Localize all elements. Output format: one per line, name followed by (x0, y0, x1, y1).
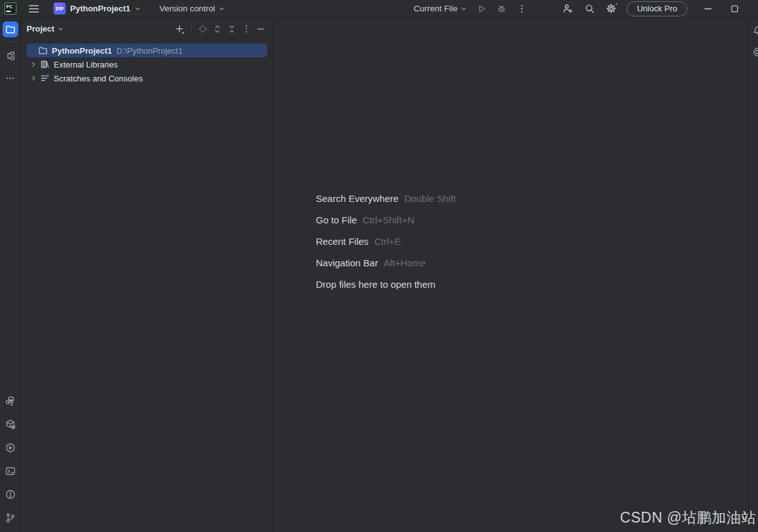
project-selector[interactable]: PP PythonProject1 (54, 3, 141, 15)
main-menu-button[interactable] (28, 4, 39, 13)
shortcut-label: Go to File (316, 215, 357, 225)
project-avatar: PP (54, 3, 66, 15)
toolwindow-python-packages-button[interactable] (3, 417, 18, 432)
window-controls (695, 0, 758, 18)
title-bar-left: PC PP PythonProject1 Version control (0, 0, 225, 17)
close-button[interactable] (748, 0, 758, 18)
search-everywhere-button[interactable] (584, 3, 595, 14)
add-user-icon (562, 3, 573, 14)
chevron-right-icon[interactable] (29, 74, 38, 83)
toolwindow-git-button[interactable] (3, 510, 18, 526)
locate-file-button[interactable] (198, 24, 208, 34)
shortcut-hint-row: Drop files here to open them (316, 279, 456, 292)
pycharm-logo-text: PC (6, 4, 16, 9)
run-configuration-selector[interactable]: Current File (414, 4, 467, 13)
debug-button[interactable] (496, 4, 507, 14)
services-icon (5, 442, 16, 453)
run-config-label: Current File (414, 4, 458, 13)
more-actions-button[interactable] (517, 4, 527, 14)
shortcut-keys: Alt+Home (383, 257, 425, 268)
package-icon (5, 419, 16, 430)
tree-item-path: D:\PythonProject1 (116, 46, 183, 56)
target-icon (198, 24, 208, 34)
toolwindow-python-console-button[interactable] (3, 393, 18, 409)
project-panel-header: Project (21, 18, 273, 39)
version-control-label: Version control (159, 4, 215, 13)
tree-item-label: Scratches and Consoles (54, 74, 143, 83)
add-button[interactable] (174, 24, 184, 34)
notifications-button[interactable] (752, 25, 758, 35)
chevron-right-icon[interactable] (29, 60, 38, 69)
editor-empty-area: Search Everywhere Double Shift Go to Fil… (274, 18, 748, 532)
toolwindow-terminal-button[interactable] (3, 463, 18, 479)
right-tool-stripe (749, 18, 758, 532)
terminal-icon (5, 466, 16, 476)
search-icon (584, 3, 595, 14)
python-icon (5, 396, 16, 406)
shortcut-hint-row: Go to File Ctrl+Shift+N (316, 215, 456, 228)
project-view-selector[interactable]: Project (27, 24, 64, 33)
unlock-pro-button[interactable]: Unlock Pro (627, 1, 687, 16)
bell-icon (752, 25, 758, 35)
folder-icon (5, 24, 16, 35)
panel-title: Project (27, 24, 54, 33)
shortcut-label: Navigation Bar (316, 257, 378, 268)
project-tree: PythonProject1 D:\PythonProject1 Externa… (21, 44, 273, 85)
ai-assistant-icon (752, 47, 758, 57)
settings-button[interactable] (606, 3, 617, 14)
kebab-menu-icon (517, 4, 527, 14)
problems-icon (5, 489, 16, 500)
minimize-icon (704, 4, 713, 13)
version-control-widget[interactable]: Version control (159, 4, 224, 13)
chevron-down-icon (460, 6, 467, 12)
tree-item-label: PythonProject1 (52, 46, 112, 56)
hamburger-icon (28, 4, 39, 13)
chevron-down-icon (57, 26, 64, 32)
scratches-icon (40, 73, 50, 83)
expand-all-icon (212, 24, 222, 34)
more-toolwindows-button[interactable] (3, 70, 18, 86)
chevron-down-icon (135, 6, 141, 12)
chevron-down-icon (219, 6, 225, 12)
ellipsis-icon (5, 73, 15, 83)
shortcut-keys: Ctrl+Shift+N (363, 215, 414, 225)
ai-assistant-button[interactable] (752, 47, 758, 57)
toolwindow-problems-button[interactable] (3, 487, 18, 502)
maximize-button[interactable] (721, 0, 748, 18)
structure-icon (5, 50, 16, 61)
collapse-all-icon (227, 24, 237, 34)
toolbar-divider (191, 25, 191, 33)
toolwindow-services-button[interactable] (3, 440, 18, 456)
libraries-icon (40, 59, 50, 69)
hide-panel-button[interactable] (256, 24, 266, 34)
stripe-divider (4, 42, 16, 42)
expand-all-button[interactable] (212, 24, 222, 34)
shortcut-keys: Ctrl+E (374, 236, 400, 247)
shortcut-hint-row: Recent Files Ctrl+E (316, 236, 456, 249)
csdn-watermark: CSDN @坫鹏加油站 (620, 508, 756, 528)
project-tool-window: Project (21, 18, 274, 532)
toolwindow-structure-button[interactable] (3, 48, 18, 64)
maximize-icon (730, 4, 739, 13)
left-tool-stripe (0, 18, 21, 532)
tree-row-external-libraries[interactable]: External Libraries (21, 57, 273, 71)
panel-options-button[interactable] (241, 24, 251, 34)
folder-icon (38, 45, 48, 56)
play-icon (476, 4, 486, 14)
pycharm-logo-icon: PC (4, 3, 16, 15)
minus-icon (256, 24, 266, 34)
code-with-me-button[interactable] (562, 3, 573, 14)
tree-row-project-root[interactable]: PythonProject1 D:\PythonProject1 (27, 44, 267, 57)
run-button[interactable] (476, 4, 486, 14)
shortcut-label: Drop files here to open them (316, 279, 435, 290)
settings-notification-dot (615, 2, 618, 6)
title-bar: PC PP PythonProject1 Version control (0, 0, 758, 18)
minimize-button[interactable] (695, 0, 721, 18)
shortcut-hint-row: Search Everywhere Double Shift (316, 193, 456, 206)
toolwindow-project-button[interactable] (3, 21, 18, 37)
collapse-all-button[interactable] (227, 24, 237, 34)
shortcut-hint-row: Navigation Bar Alt+Home (316, 257, 456, 271)
tree-row-scratches[interactable]: Scratches and Consoles (21, 71, 273, 85)
tree-item-label: External Libraries (54, 60, 117, 69)
shortcut-label: Search Everywhere (316, 193, 399, 204)
